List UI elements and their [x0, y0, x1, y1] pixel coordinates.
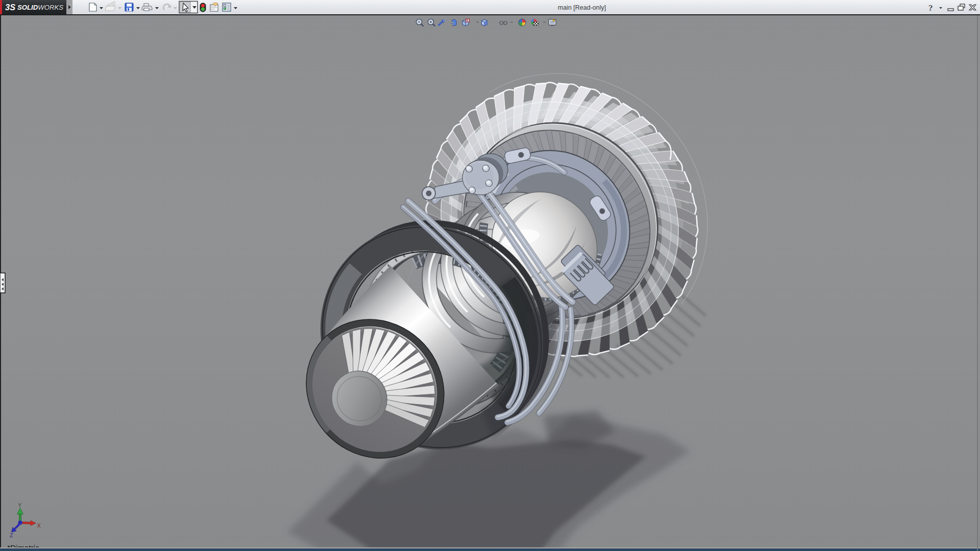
- svg-text:?: ?: [928, 3, 933, 13]
- svg-text:Y: Y: [18, 502, 22, 508]
- svg-text:main [Read-only]: main [Read-only]: [558, 4, 606, 11]
- svg-text:X: X: [37, 522, 41, 529]
- svg-text:3S: 3S: [5, 3, 15, 12]
- svg-text:SOLIDWORKS: SOLIDWORKS: [17, 4, 63, 11]
- svg-text:Z: Z: [10, 532, 13, 538]
